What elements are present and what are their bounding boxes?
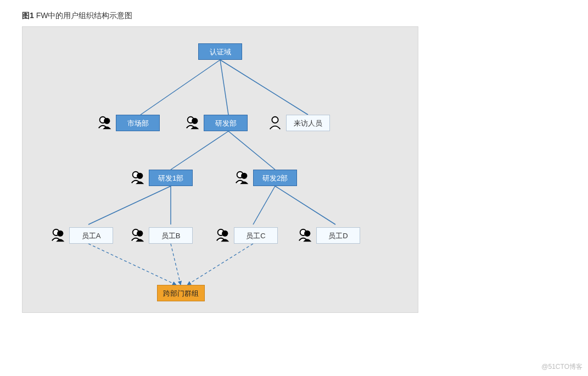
person-icon — [215, 227, 231, 244]
svg-line-3 — [171, 131, 228, 170]
svg-point-16 — [272, 117, 278, 123]
svg-line-8 — [275, 186, 335, 225]
node-rd2: 研发2部 — [253, 170, 297, 186]
figure-caption-text: FW中的用户组织结构示意图 — [34, 11, 133, 20]
figure-caption-prefix: 图1 — [22, 11, 34, 20]
node-empA: 员工A — [69, 227, 113, 244]
people-icon — [97, 115, 113, 131]
figure-caption: 图1 FW中的用户组织结构示意图 — [22, 11, 566, 21]
node-root-label: 认证域 — [210, 48, 231, 56]
people-icon — [234, 170, 250, 186]
person-icon — [50, 227, 66, 244]
node-rd-label: 研发部 — [215, 119, 237, 127]
svg-point-24 — [137, 231, 143, 237]
node-crossgrp-label: 跨部门群组 — [163, 289, 199, 298]
svg-line-2 — [220, 60, 308, 115]
people-icon — [184, 115, 201, 131]
svg-point-13 — [104, 118, 110, 124]
node-empC-label: 员工C — [246, 232, 265, 240]
svg-point-22 — [57, 231, 63, 237]
node-visitor-label: 来访人员 — [294, 119, 322, 127]
diagram-frame: 认证域 市场部 研发部 来访人员 研发1部 研发2部 员工A 员工B 员工C 员… — [22, 26, 418, 313]
node-crossgrp: 跨部门群组 — [157, 285, 205, 301]
node-empD: 员工D — [316, 227, 360, 244]
node-marketing: 市场部 — [116, 115, 160, 131]
node-empA-label: 员工A — [82, 232, 101, 240]
diagram-lines — [23, 27, 418, 312]
svg-line-0 — [141, 60, 220, 115]
node-rd2-label: 研发2部 — [262, 174, 288, 182]
svg-line-11 — [187, 244, 253, 285]
people-icon — [130, 170, 146, 186]
node-empD-label: 员工D — [328, 232, 348, 240]
svg-point-18 — [137, 173, 143, 179]
person-icon — [297, 227, 313, 244]
svg-point-28 — [304, 231, 310, 237]
svg-line-7 — [253, 186, 275, 225]
node-marketing-label: 市场部 — [127, 119, 149, 127]
svg-point-15 — [192, 118, 198, 124]
svg-point-20 — [241, 173, 247, 179]
node-empC: 员工C — [234, 227, 278, 244]
svg-line-9 — [88, 244, 176, 285]
svg-point-26 — [222, 231, 228, 237]
person-icon — [267, 115, 283, 131]
svg-line-5 — [88, 186, 171, 225]
svg-line-10 — [171, 244, 181, 285]
node-empB-label: 员工B — [161, 232, 181, 240]
svg-line-1 — [220, 60, 228, 115]
node-rd: 研发部 — [204, 115, 248, 131]
svg-line-4 — [228, 131, 275, 170]
person-icon — [130, 227, 146, 244]
node-rd1-label: 研发1部 — [158, 174, 183, 182]
node-empB: 员工B — [149, 227, 193, 244]
node-root: 认证域 — [198, 43, 242, 60]
node-rd1: 研发1部 — [149, 170, 193, 186]
node-visitor: 来访人员 — [286, 115, 330, 131]
